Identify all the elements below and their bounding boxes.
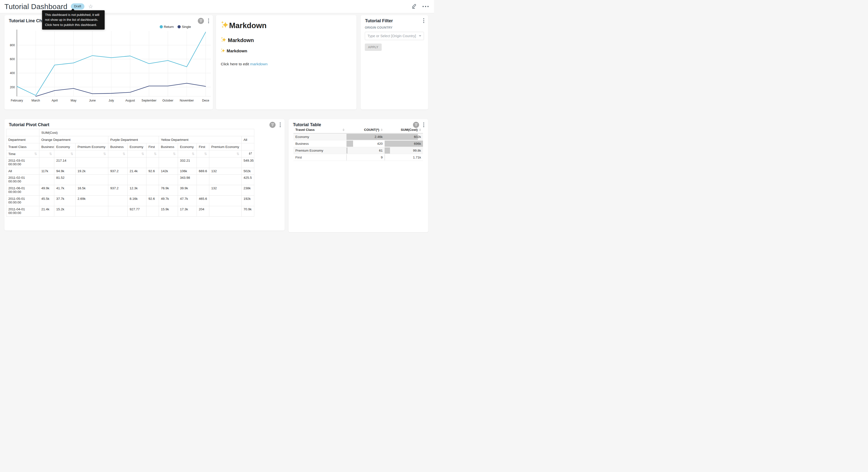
pivot-value-cell: 669.6 bbox=[197, 168, 209, 175]
x-tick-label: Dece bbox=[202, 99, 209, 102]
pivot-value-cell bbox=[147, 206, 159, 217]
line-chart-plot[interactable]: 200400600800FebruaryMarchAprilMayJuneJul… bbox=[4, 29, 213, 103]
sort-icon[interactable]: ⇅ bbox=[173, 152, 176, 155]
sort-icon[interactable]: ⇅ bbox=[34, 152, 37, 155]
markdown-edit-link[interactable]: markdown bbox=[250, 62, 268, 66]
sort-icon[interactable]: ⇅ bbox=[70, 152, 73, 155]
pivot-value-cell: 81.52 bbox=[54, 175, 75, 185]
count-cell: 2.46k bbox=[346, 133, 384, 140]
pivot-value-cell: 332.21 bbox=[178, 157, 197, 168]
pivot-value-cell: 465.6 bbox=[197, 196, 209, 206]
pivot-value-cell: 937.2 bbox=[108, 168, 128, 175]
x-tick-label: May bbox=[71, 99, 76, 102]
filter-card: Tutorial Filter ORIGIN COUNTRY Type or S… bbox=[361, 15, 428, 110]
pivot-value-cell: 2.69k bbox=[75, 196, 108, 206]
x-tick-label: June bbox=[89, 99, 96, 102]
filter-badge-icon[interactable] bbox=[270, 122, 276, 128]
pivot-kebab-menu-icon[interactable] bbox=[279, 122, 281, 128]
pivot-value-cell bbox=[209, 206, 242, 217]
pivot-value-cell: 17.3k bbox=[178, 206, 197, 217]
pivot-value-cell bbox=[128, 175, 147, 185]
sort-icon[interactable]: ⇅ bbox=[154, 152, 157, 155]
legend-item-return[interactable]: Return bbox=[160, 25, 174, 29]
pivot-sort-header[interactable]: ⇅ bbox=[178, 150, 197, 157]
table-kebab-menu-icon[interactable] bbox=[423, 122, 425, 128]
x-tick-label: July bbox=[108, 99, 114, 102]
markdown-card[interactable]: Markdown Markdown Markdown Click here to… bbox=[216, 15, 356, 110]
table-row: Economy2.46k602k bbox=[293, 133, 423, 140]
pivot-value-cell bbox=[197, 157, 209, 168]
pivot-sort-header[interactable]: ⇅ bbox=[54, 150, 75, 157]
pivot-sort-header[interactable]: ⇅ bbox=[108, 150, 128, 157]
pivot-row-label: 2011-02-01 00:00:00 bbox=[6, 175, 39, 185]
pivot-group-header: Yellow Department bbox=[159, 136, 242, 143]
pivot-value-cell: 425.5 bbox=[242, 175, 254, 185]
markdown-h1: Markdown bbox=[221, 21, 351, 31]
sort-icon[interactable]: ⇅ bbox=[141, 152, 144, 155]
pivot-value-cell: 937.2 bbox=[108, 185, 128, 196]
pivot-sort-header[interactable]: ⇅ bbox=[209, 150, 242, 157]
pivot-sort-header[interactable]: ⇅ bbox=[197, 150, 209, 157]
x-tick-label: October bbox=[162, 99, 173, 102]
pivot-value-cell: 217.14 bbox=[54, 157, 75, 168]
pivot-time-header[interactable]: Time⇅ bbox=[6, 150, 39, 157]
table-row: Premium Economy6199.8k bbox=[293, 147, 423, 154]
origin-country-label: ORIGIN COUNTRY bbox=[365, 26, 424, 29]
pivot-value-cell: 76.9k bbox=[159, 185, 178, 196]
sort-icon[interactable]: ⇅ bbox=[192, 152, 195, 155]
sort-carets-icon[interactable] bbox=[343, 129, 344, 131]
pivot-row-label: 2011-06-01 00:00:00 bbox=[6, 185, 39, 196]
pivot-value-cell: 19.2k bbox=[75, 168, 108, 175]
sort-icon[interactable]: ⇅ bbox=[103, 152, 106, 155]
pivot-group-header: Orange Department bbox=[39, 136, 108, 143]
pivot-sort-header[interactable]: ⇅ bbox=[39, 150, 54, 157]
filter-badge-icon[interactable] bbox=[198, 18, 204, 24]
sort-icon[interactable]: ⇅ bbox=[204, 152, 207, 155]
x-tick-label: November bbox=[180, 99, 194, 102]
pivot-value-cell: 549.35 bbox=[242, 157, 254, 168]
x-tick-label: August bbox=[125, 99, 135, 102]
pivot-value-cell: 92.6 bbox=[147, 168, 159, 175]
sort-carets-icon[interactable] bbox=[381, 129, 383, 131]
pivot-sort-header[interactable]: ⇅ bbox=[159, 150, 178, 157]
return-legend-dot bbox=[160, 25, 163, 28]
pivot-class-header: Business bbox=[108, 143, 128, 150]
sparkles-icon bbox=[221, 21, 229, 31]
pivot-class-header: Economy bbox=[178, 143, 197, 150]
pivot-value-cell: 49.7k bbox=[159, 196, 178, 206]
pivot-value-cell bbox=[209, 175, 242, 185]
sum-cell: 99.8k bbox=[384, 147, 423, 154]
col-header-sum[interactable]: SUM(Cost) bbox=[384, 126, 423, 133]
sort-desc-active-icon[interactable] bbox=[249, 152, 252, 156]
pivot-value-cell bbox=[197, 185, 209, 196]
sort-icon[interactable]: ⇅ bbox=[49, 152, 52, 155]
x-tick-label: March bbox=[32, 99, 40, 102]
sort-carets-icon[interactable] bbox=[419, 129, 421, 131]
chart-kebab-menu-icon[interactable] bbox=[208, 18, 210, 24]
pivot-value-cell bbox=[159, 175, 178, 185]
count-cell: 61 bbox=[346, 147, 384, 154]
pivot-sort-header[interactable] bbox=[242, 150, 254, 157]
apply-button[interactable]: APPLY bbox=[365, 43, 382, 51]
publish-tooltip[interactable]: This dashboard is not published, it will… bbox=[42, 10, 105, 30]
pivot-class-header bbox=[242, 143, 254, 150]
pivot-value-cell bbox=[209, 196, 242, 206]
origin-country-select[interactable]: Type or Select [Origin Country] bbox=[365, 32, 424, 40]
col-header-count[interactable]: COUNT(*) bbox=[346, 126, 384, 133]
more-menu-icon[interactable] bbox=[423, 6, 429, 7]
sort-icon[interactable]: ⇅ bbox=[237, 152, 239, 155]
favorite-star-icon[interactable]: ☆ bbox=[88, 4, 93, 9]
pivot-sort-header[interactable]: ⇅ bbox=[128, 150, 147, 157]
legend-item-single[interactable]: Single bbox=[178, 25, 191, 29]
filter-card-title: Tutorial Filter bbox=[365, 18, 393, 24]
pivot-sort-header[interactable]: ⇅ bbox=[147, 150, 159, 157]
pivot-value-cell: 45.5k bbox=[39, 196, 54, 206]
y-tick-label: 600 bbox=[10, 57, 15, 61]
pivot-sort-header[interactable]: ⇅ bbox=[75, 150, 108, 157]
sort-icon[interactable]: ⇅ bbox=[123, 152, 125, 155]
edit-pencil-icon[interactable] bbox=[411, 3, 417, 10]
header-actions bbox=[411, 3, 429, 10]
filter-kebab-menu-icon[interactable] bbox=[423, 18, 425, 24]
col-header-travel-class[interactable]: Travel Class bbox=[293, 126, 346, 133]
pivot-row-label: 2011-03-01 00:00:00 bbox=[6, 157, 39, 168]
